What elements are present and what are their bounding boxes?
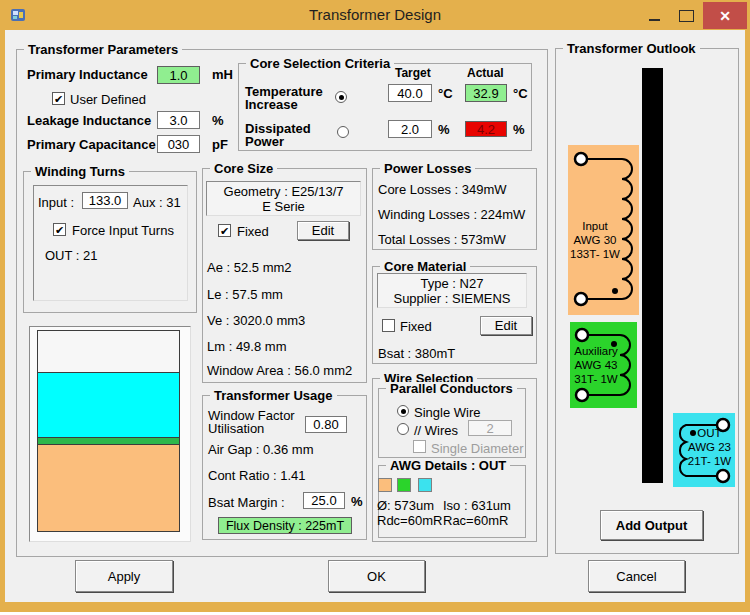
auxiliary-winding-label: Auxiliary AWG 43 31T- 1W xyxy=(572,344,620,386)
total-losses-text: Total Losses : 573mW xyxy=(378,233,506,246)
auxiliary-winding[interactable]: Auxiliary AWG 43 31T- 1W xyxy=(570,322,637,408)
geometry-line2: E Serie xyxy=(262,199,305,214)
input-winding[interactable]: Input AWG 30 133T- 1W xyxy=(568,145,639,315)
force-input-turns-checkbox[interactable] xyxy=(53,223,66,236)
temperature-target-unit: °C xyxy=(438,87,453,100)
temperature-increase-label-2: Increase xyxy=(245,98,298,111)
single-diameter-label: Single Diameter xyxy=(431,442,524,455)
core-le-text: Le : 57.5 mm xyxy=(207,288,283,301)
input-turns-input[interactable] xyxy=(82,192,128,209)
input-winding-label: Input AWG 30 133T- 1W xyxy=(570,219,620,261)
bsat-text: Bsat : 380mT xyxy=(378,347,455,360)
group-title: Winding Turns xyxy=(31,165,129,178)
material-supplier-line: Supplier : SIEMENS xyxy=(393,291,510,306)
close-icon: ✕ xyxy=(719,8,731,24)
out-winding-label: OUT AWG 23 21T- 1W xyxy=(686,426,733,468)
force-input-turns-label: Force Input Turns xyxy=(72,224,174,237)
ok-button[interactable]: OK xyxy=(328,560,425,592)
core-size-fixed-label: Fixed xyxy=(237,225,269,238)
fill-out-winding-section xyxy=(37,372,180,438)
window-fill-diagram xyxy=(37,331,180,532)
wire-rac-text: Rac=60mR xyxy=(443,514,508,527)
fill-free-section xyxy=(37,330,180,373)
fill-input-winding-section xyxy=(37,444,180,532)
out-turns-text: OUT : 21 xyxy=(45,249,98,262)
window-factor-input[interactable] xyxy=(305,416,347,433)
minimize-icon[interactable] xyxy=(649,19,660,21)
core-material-fixed-checkbox[interactable] xyxy=(382,319,395,332)
cancel-button[interactable]: Cancel xyxy=(588,560,685,592)
primary-inductance-value[interactable]: 1.0 xyxy=(157,66,200,84)
window-title: Transformer Design xyxy=(0,7,750,23)
group-title: Power Losses xyxy=(380,162,475,175)
group-title: AWG Details : OUT xyxy=(386,459,510,472)
air-gap-text: Air Gap : 0.36 mm xyxy=(208,443,313,456)
dissipated-target-input[interactable] xyxy=(388,120,432,138)
awg-color-swatch-auxiliary[interactable] xyxy=(397,478,411,492)
core-window-area-text: Window Area : 56.0 mm2 xyxy=(207,364,352,377)
parallel-wires-count-input xyxy=(468,420,512,436)
primary-inductance-unit: mH xyxy=(212,68,233,81)
transformer-design-window: Transformer Design ✕ Transformer Paramet… xyxy=(0,0,750,612)
primary-capacitance-unit: pF xyxy=(212,138,228,151)
actual-header: Actual xyxy=(467,67,504,80)
parallel-wires-label: // Wires xyxy=(414,424,458,437)
group-title: Transformer Parameters xyxy=(24,43,182,56)
user-defined-checkbox[interactable] xyxy=(52,92,65,105)
primary-capacitance-label: Primary Capacitance xyxy=(27,138,156,151)
parallel-wires-radio[interactable] xyxy=(397,423,409,435)
single-wire-radio[interactable] xyxy=(397,405,409,417)
cont-ratio-text: Cont Ratio : 1.41 xyxy=(208,469,306,482)
core-ve-text: Ve : 3020.0 mm3 xyxy=(207,314,305,327)
core-lm-text: Lm : 49.8 mm xyxy=(207,340,286,353)
flux-density-value: Flux Density : 225mT xyxy=(218,517,352,534)
apply-button[interactable]: Apply xyxy=(75,560,173,592)
core-ae-text: Ae : 52.5 mm2 xyxy=(207,261,292,274)
geometry-line1: Geometry : E25/13/7 xyxy=(224,184,344,199)
temperature-target-input[interactable] xyxy=(388,84,432,102)
maximize-icon[interactable] xyxy=(679,10,694,22)
target-header: Target xyxy=(395,67,431,80)
single-diameter-checkbox xyxy=(413,440,426,453)
user-defined-label: User Defined xyxy=(70,93,146,106)
group-title: Core Size xyxy=(210,162,277,175)
bsat-margin-label: Bsat Margin : xyxy=(208,496,285,509)
core-material-fixed-label: Fixed xyxy=(400,320,432,333)
leakage-inductance-input[interactable] xyxy=(157,111,200,129)
core-material-button[interactable]: Type : N27 Supplier : SIEMENS xyxy=(377,273,527,308)
temperature-actual-unit: °C xyxy=(513,87,528,100)
core-geometry-button[interactable]: Geometry : E25/13/7 E Serie xyxy=(206,181,361,216)
dissipated-power-radio[interactable] xyxy=(337,126,349,138)
out-winding[interactable]: OUT AWG 23 21T- 1W xyxy=(673,413,735,487)
dissipated-power-label-2: Power xyxy=(245,135,284,148)
group-title: Transformer Usage xyxy=(210,389,337,402)
awg-color-swatch-input[interactable] xyxy=(378,478,392,492)
close-button[interactable]: ✕ xyxy=(703,2,747,29)
group-title: Core Material xyxy=(380,260,470,273)
core-losses-text: Core Losses : 349mW xyxy=(378,183,507,196)
dissipated-actual-unit: % xyxy=(513,123,525,136)
group-title: Transformer Outlook xyxy=(563,42,700,55)
primary-inductance-label: Primary Inductance xyxy=(27,68,148,81)
core-size-edit-button[interactable]: Edit xyxy=(297,221,349,240)
core-size-fixed-checkbox[interactable] xyxy=(218,224,231,237)
client-area: Transformer Parameters Core Selection Cr… xyxy=(5,30,745,602)
input-turns-label: Input : xyxy=(38,196,74,209)
core-material-edit-button[interactable]: Edit xyxy=(480,316,532,335)
leakage-inductance-unit: % xyxy=(212,114,224,127)
bsat-margin-input[interactable] xyxy=(303,492,345,509)
awg-color-swatch-out[interactable] xyxy=(418,478,432,492)
aux-turns-text: Aux : 31 xyxy=(133,196,181,209)
temperature-increase-radio[interactable] xyxy=(335,91,347,103)
wire-iso-text: Iso : 631um xyxy=(443,499,511,512)
add-output-button[interactable]: Add Output xyxy=(600,510,703,540)
primary-capacitance-input[interactable] xyxy=(157,135,200,153)
group-title: Core Selection Criteria xyxy=(246,57,394,70)
bsat-margin-unit: % xyxy=(351,495,363,508)
wire-diameter-text: Ø: 573um xyxy=(377,499,434,512)
leakage-inductance-label: Leakage Inductance xyxy=(27,114,151,127)
material-type-line: Type : N27 xyxy=(421,276,484,291)
group-title: Parallel Conductors xyxy=(386,382,517,395)
window-factor-label-2: Utilisation xyxy=(208,422,264,435)
wire-rdc-text: Rdc=60mR xyxy=(377,514,442,527)
